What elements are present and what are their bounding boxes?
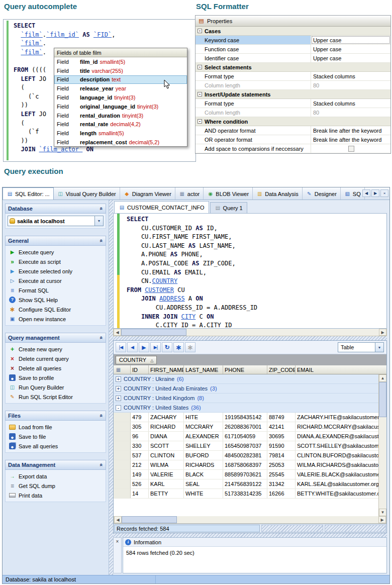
scroll-right-icon[interactable]: ▶ [379, 329, 386, 336]
group-row[interactable]: +COUNTRY : Ukraine(6) [114, 374, 378, 384]
view-mode-selector[interactable]: Table ▼ [338, 342, 384, 352]
results-splitter[interactable] [113, 336, 387, 340]
column-header[interactable]: ID [131, 365, 149, 374]
database-selector[interactable]: sakila at localhost ▼ [8, 216, 104, 226]
table-row[interactable]: 479ZACHARYHITE19195843514288749ZACHARY.H… [114, 413, 378, 422]
property-row[interactable]: Format typeStacked columns [195, 99, 390, 108]
fetch-all-button[interactable] [173, 342, 184, 352]
autocomplete-item[interactable]: Fieldrental_ratedecimal(4,2) [54, 120, 187, 129]
table-row[interactable]: 14BETTYWHITE51733831423516266BETTY.WHITE… [114, 489, 378, 499]
property-value[interactable]: Upper case [311, 54, 390, 62]
grid-hscrollbar[interactable]: ◀ ▶ [114, 516, 386, 524]
autocomplete-item[interactable]: Fieldoriginal_language_idtinyint(3) [54, 102, 187, 111]
sidebar-item[interactable]: Execute at cursor [7, 276, 105, 285]
autocomplete-item[interactable]: Fieldlanguage_idtinyint(3) [54, 93, 187, 102]
sidebar-item[interactable]: Execute selected only [7, 266, 105, 276]
sidebar-item[interactable]: Open new instance [7, 314, 105, 324]
first-record-button[interactable] [116, 342, 126, 352]
collapse-icon[interactable]: - [198, 65, 202, 69]
property-row[interactable]: OR operator formatBreak line after the k… [195, 135, 390, 144]
property-row[interactable]: Add space to comparsions if neccessary [195, 144, 390, 153]
table-row[interactable]: 96DIANAALEXANDER617105405930695DIANA.ALE… [114, 432, 378, 441]
tab-sql-editor[interactable]: SQL Editor: ... [3, 187, 54, 200]
refresh-records-button[interactable] [162, 342, 172, 352]
tab-diagram-viewer[interactable]: Diagram Viewer [120, 187, 175, 200]
formatter-group-header[interactable]: -Insert/Update statements [195, 90, 390, 99]
formatter-group-header[interactable]: -Where condition [195, 117, 390, 126]
sql-editor[interactable]: SELECT CU.CUSTOMER_ID AS ID, CU.FIRST_NA… [113, 213, 387, 329]
sidebar-item[interactable]: Delete all queries [7, 363, 105, 373]
autocomplete-item[interactable]: Fieldtitlevarchar(255) [54, 66, 187, 75]
tab-actor[interactable]: actor [175, 187, 204, 200]
scroll-left-icon[interactable]: ◀ [114, 329, 121, 336]
property-value[interactable]: Upper case [311, 36, 390, 44]
scrollbar-track[interactable] [186, 329, 379, 336]
sidebar-splitter[interactable] [109, 200, 113, 575]
property-row[interactable]: AND operator formatBreak line after the … [195, 126, 390, 135]
collapse-icon[interactable]: - [198, 119, 202, 124]
checkbox[interactable] [348, 146, 354, 152]
column-header[interactable]: FIRST_NAME [149, 365, 184, 374]
dropdown-arrow-icon[interactable]: ▼ [375, 343, 383, 352]
table-row[interactable]: 537CLINTONBUFORD48450028238179814CLINTON… [114, 451, 378, 460]
sidebar-item[interactable]: Load from file [7, 422, 105, 432]
collapse-icon[interactable]: - [198, 29, 202, 33]
sidebar-item[interactable]: Create new query [7, 344, 105, 354]
close-info-button[interactable]: × [113, 537, 122, 573]
sidebar-item[interactable]: Print data [7, 491, 105, 500]
tab-blob-viewer[interactable]: BLOB Viewer [204, 187, 253, 200]
sidebar-item[interactable]: Get SQL dump [7, 481, 105, 491]
scroll-left-icon[interactable]: ◀ [114, 516, 122, 523]
sidebar-item[interactable]: Save all queries [7, 441, 105, 451]
column-header[interactable]: PHONE [223, 365, 267, 374]
property-row[interactable]: Keyword caseUpper case [195, 36, 390, 45]
sidebar-item[interactable]: Run SQL Script Editor [7, 392, 105, 402]
sidebar-item[interactable]: Format SQL [7, 285, 105, 295]
section-header[interactable]: Query management [5, 333, 106, 343]
property-row[interactable]: Column length80 [195, 81, 390, 90]
section-header[interactable]: Data Management [5, 460, 106, 470]
scrollbar-thumb[interactable] [379, 382, 386, 417]
property-row[interactable]: Column length80 [195, 108, 390, 117]
formatter-group-header[interactable]: -Select statements [195, 63, 390, 72]
property-row[interactable]: Function caseUpper case [195, 45, 390, 54]
scroll-down-icon[interactable]: ▼ [379, 509, 386, 516]
sidebar-item[interactable]: Save to file [7, 432, 105, 441]
table-row[interactable]: 330SCOTTSHELLEY16545098703791590SCOTT.SH… [114, 441, 378, 451]
tab-data-analysis[interactable]: Data Analysis [253, 187, 303, 200]
sidebar-item[interactable]: Configure SQL Editor [7, 305, 105, 314]
tab-sql-tab2[interactable]: SQ [341, 187, 365, 200]
editor-tab[interactable]: CUSTOMER_CONTACT_INFO [114, 201, 209, 213]
section-header[interactable]: Files [5, 411, 106, 421]
column-header[interactable]: EMAIL [296, 365, 386, 374]
scrollbar-thumb[interactable] [122, 516, 177, 523]
scroll-tabs-left-button[interactable]: ◀ [362, 189, 370, 197]
editor-tab[interactable]: Query 1 [210, 202, 247, 213]
autocomplete-item[interactable]: Fieldlengthsmallint(5) [54, 129, 187, 138]
expand-icon[interactable]: + [116, 376, 121, 382]
sidebar-item[interactable]: Delete current query [7, 354, 105, 363]
group-row[interactable]: +COUNTRY : United Arab Emirates(3) [114, 384, 378, 394]
tab-designer[interactable]: Designer [303, 187, 341, 200]
grid-vscrollbar[interactable]: ▲ ▼ [378, 374, 386, 516]
property-value[interactable]: Stacked columns [311, 99, 390, 108]
property-value[interactable]: Break line after the keyword [311, 126, 390, 135]
formatter-group-header[interactable]: -Cases [195, 27, 390, 36]
scroll-tabs-right-button[interactable]: ▶ [371, 189, 379, 197]
property-value[interactable]: Break line after the keyword [311, 135, 390, 144]
expand-icon[interactable]: + [116, 396, 121, 401]
table-row[interactable]: 305RICHARDMCCRARY26208836700142141RICHAR… [114, 422, 378, 432]
sidebar-item[interactable]: Save to profile [7, 373, 105, 382]
property-value[interactable]: 80 [311, 108, 390, 117]
table-row[interactable]: 212WILMARICHARDS16875806839725053WILMA.R… [114, 460, 378, 470]
scrollbar-thumb[interactable] [121, 329, 186, 336]
sidebar-item[interactable]: Execute query [7, 247, 105, 257]
expand-icon[interactable]: - [116, 405, 121, 411]
database-panel-header[interactable]: Database [5, 204, 106, 214]
expand-icon[interactable]: + [116, 386, 121, 392]
scroll-up-icon[interactable]: ▲ [379, 374, 386, 382]
group-field-button[interactable]: COUNTRY [116, 356, 157, 364]
next-record-button[interactable] [139, 342, 149, 352]
property-row[interactable]: Format typeStacked columns [195, 72, 390, 81]
prior-record-button[interactable] [127, 342, 138, 352]
